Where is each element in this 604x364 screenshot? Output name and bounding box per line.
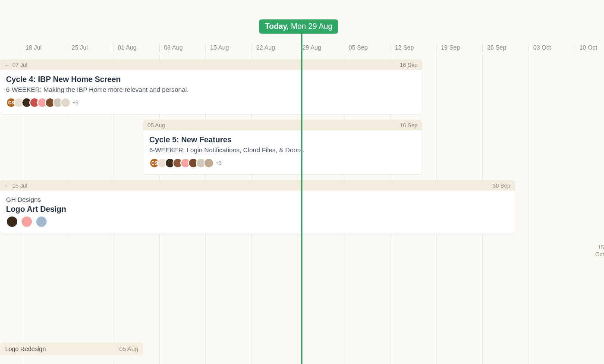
- avatar-more[interactable]: +3: [72, 100, 79, 106]
- date-column: 03 Oct: [528, 43, 551, 52]
- today-label: Today,: [265, 22, 289, 31]
- date-column: 01 Aug: [113, 43, 137, 52]
- mini-card-title: Logo Redesign: [5, 345, 46, 352]
- avatar[interactable]: [6, 216, 18, 228]
- avatar-more[interactable]: +3: [216, 160, 222, 166]
- avatar[interactable]: [204, 158, 214, 168]
- date-column: 25 Jul: [67, 43, 88, 52]
- date-column: 08 Aug: [159, 43, 183, 52]
- project-card-logo-art[interactable]: ← 15 Jul 30 Sep GH Designs Logo Art Desi…: [0, 180, 515, 234]
- card-date-range: 05 Aug 16 Sep: [143, 120, 422, 130]
- card-start-date: ← 15 Jul: [4, 182, 27, 189]
- avatar[interactable]: [60, 97, 71, 108]
- avatar-group: CS+3: [6, 97, 416, 108]
- avatar-group: CS+3: [149, 158, 416, 168]
- avatar[interactable]: [21, 216, 33, 228]
- card-end-date: 16 Sep: [400, 122, 418, 129]
- date-column: 26 Sep: [482, 43, 506, 52]
- arrow-left-icon: ←: [4, 62, 10, 68]
- card-body: Cycle 4: IBP New Home Screen 6-WEEKER: M…: [0, 70, 422, 114]
- date-column: 22 Aug: [252, 43, 275, 52]
- card-title: Logo Art Design: [6, 205, 509, 214]
- date-column: 05 Sep: [344, 43, 368, 52]
- card-title: Cycle 4: IBP New Home Screen: [6, 75, 416, 84]
- card-date-range: ← 15 Jul 30 Sep: [0, 180, 515, 191]
- timeline-view: Today, Mon 29 Aug 18 Jul25 Jul01 Aug08 A…: [0, 0, 604, 364]
- date-column: 19 Sep: [436, 43, 460, 52]
- date-column: 12 Sep: [390, 43, 414, 52]
- arrow-left-icon: ←: [4, 182, 10, 189]
- avatar-group: [6, 216, 509, 228]
- card-company: GH Designs: [6, 196, 509, 203]
- date-column: 18 Jul: [21, 43, 41, 52]
- card-body: GH Designs Logo Art Design: [0, 191, 515, 234]
- card-body: Cycle 5: New Features 6-WEEKER: Login No…: [143, 130, 422, 174]
- card-date-range: ← 07 Jul 16 Sep: [0, 60, 422, 70]
- gridline: [575, 55, 575, 364]
- gridline: [528, 55, 529, 364]
- card-title: Cycle 5: New Features: [149, 135, 416, 144]
- event-card-logo-redesign[interactable]: Logo Redesign 05 Aug: [0, 342, 143, 355]
- card-end-date: 30 Sep: [493, 182, 510, 189]
- card-subtitle: 6-WEEKER: Making the IBP Home more relev…: [6, 86, 416, 93]
- project-card-cycle5[interactable]: 05 Aug 16 Sep Cycle 5: New Features 6-WE…: [143, 120, 422, 174]
- card-end-date: 16 Sep: [400, 62, 418, 68]
- mini-card-end-date: 05 Aug: [119, 345, 138, 352]
- today-date: Mon 29 Aug: [291, 22, 332, 31]
- card-start-date: 05 Aug: [148, 122, 165, 129]
- today-line: [301, 34, 302, 364]
- avatar[interactable]: [35, 216, 47, 228]
- card-subtitle: 6-WEEKER: Login Notifications, Cloud Fil…: [149, 146, 416, 154]
- card-start-date: ← 07 Jul: [4, 62, 27, 68]
- date-column: 10 Oct: [575, 43, 597, 52]
- today-badge[interactable]: Today, Mon 29 Aug: [259, 19, 338, 34]
- date-column: 15 Aug: [205, 43, 229, 52]
- project-card-cycle4[interactable]: ← 07 Jul 16 Sep Cycle 4: IBP New Home Sc…: [0, 60, 422, 114]
- future-date-marker: 15 Oct: [595, 244, 604, 257]
